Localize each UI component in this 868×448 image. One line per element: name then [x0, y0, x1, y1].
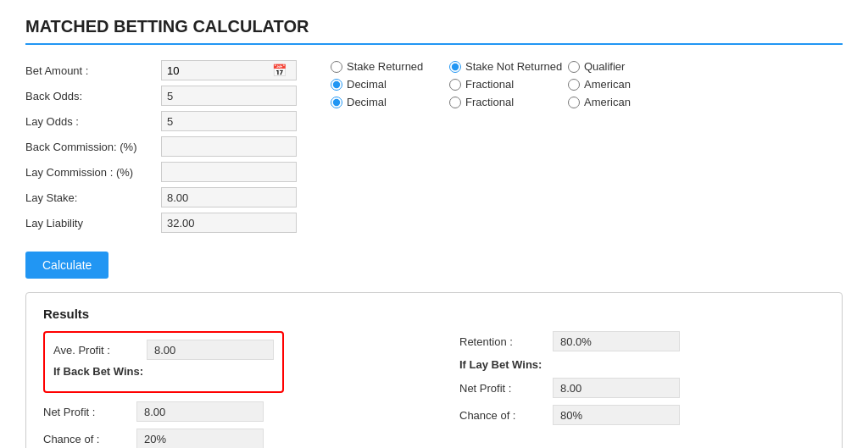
back-commission-row: Back Commission: (%) — [25, 136, 297, 157]
lay-commission-label: Lay Commission : (%) — [25, 166, 161, 179]
lay-stake-label: Lay Stake: — [25, 191, 161, 204]
fractional2-label: Fractional — [465, 96, 514, 108]
ave-profit-row: Ave. Profit : 8.00 — [53, 340, 274, 360]
bet-amount-label: Bet Amount : — [25, 64, 161, 77]
fractional2-option[interactable]: Fractional — [449, 96, 568, 108]
results-title: Results — [43, 307, 825, 321]
qualifier-label: Qualifier — [584, 60, 625, 73]
back-net-profit-row: Net Profit : 8.00 — [43, 401, 409, 422]
american2-option[interactable]: American — [568, 96, 687, 108]
if-back-bet-wins-title: If Back Bet Wins: — [53, 365, 274, 378]
american1-option[interactable]: American — [568, 78, 687, 91]
retention-value: 80.0% — [553, 331, 680, 351]
lay-commission-input[interactable] — [161, 162, 297, 182]
back-chance-label: Chance of : — [43, 433, 136, 445]
lay-liability-label: Lay Liability — [25, 217, 161, 230]
if-lay-bet-wins-title: If Lay Bet Wins: — [459, 358, 825, 371]
back-odds-input[interactable] — [161, 86, 297, 106]
lay-liability-row: Lay Liability — [25, 213, 297, 233]
back-commission-label: Back Commission: (%) — [25, 141, 161, 153]
back-chance-value: 20% — [136, 429, 264, 448]
lay-liability-input[interactable] — [161, 213, 297, 233]
lay-chance-label: Chance of : — [459, 409, 553, 422]
lay-commission-row: Lay Commission : (%) — [25, 162, 297, 182]
calendar-icon: 📅 — [272, 64, 290, 77]
qualifier-option[interactable]: Qualifier — [568, 60, 687, 73]
lay-odds-row: Lay Odds : — [25, 111, 297, 131]
decimal2-label: Decimal — [347, 96, 387, 108]
decimal2-option[interactable]: Decimal — [331, 96, 449, 108]
back-odds-row: Back Odds: — [25, 86, 297, 106]
retention-label: Retention : — [459, 335, 553, 348]
ave-profit-box: Ave. Profit : 8.00 If Back Bet Wins: — [43, 331, 284, 393]
bet-amount-input-wrapper[interactable]: 📅 — [161, 60, 297, 80]
right-options: Stake Returned Stake Not Returned Qualif… — [331, 60, 687, 238]
stake-returned-option[interactable]: Stake Returned — [331, 60, 449, 73]
american2-label: American — [584, 96, 631, 108]
results-section: Results Ave. Profit : 8.00 If Back Bet W… — [25, 292, 843, 448]
fractional1-label: Fractional — [465, 78, 514, 91]
lay-chance-row: Chance of : 80% — [459, 405, 825, 425]
back-odds-type-row: Decimal Fractional American — [331, 78, 687, 91]
decimal1-label: Decimal — [347, 78, 387, 91]
ave-profit-label: Ave. Profit : — [53, 344, 147, 357]
decimal1-option[interactable]: Decimal — [331, 78, 449, 91]
back-commission-input[interactable] — [161, 136, 297, 157]
stake-not-returned-label: Stake Not Returned — [465, 60, 562, 73]
american1-label: American — [584, 78, 631, 91]
bet-amount-row: Bet Amount : 📅 — [25, 60, 297, 80]
retention-row: Retention : 80.0% — [459, 331, 825, 351]
back-chance-row: Chance of : 20% — [43, 429, 409, 448]
results-right-col: Retention : 80.0% If Lay Bet Wins: Net P… — [459, 331, 825, 448]
stake-not-returned-option[interactable]: Stake Not Returned — [449, 60, 568, 73]
lay-net-profit-row: Net Profit : 8.00 — [459, 378, 825, 398]
lay-stake-input[interactable] — [161, 187, 297, 207]
lay-odds-label: Lay Odds : — [25, 115, 161, 128]
left-form: Bet Amount : 📅 Back Odds: Lay Odds : Bac… — [25, 60, 297, 238]
lay-stake-row: Lay Stake: — [25, 187, 297, 207]
calculate-button[interactable]: Calculate — [25, 252, 108, 279]
stake-returned-label: Stake Returned — [347, 60, 423, 73]
back-net-profit-label: Net Profit : — [43, 406, 136, 418]
results-left-col: Ave. Profit : 8.00 If Back Bet Wins: Net… — [43, 331, 409, 448]
lay-net-profit-label: Net Profit : — [459, 382, 553, 395]
back-odds-label: Back Odds: — [25, 90, 161, 102]
page-title: MATCHED BETTING CALCULATOR — [25, 17, 843, 36]
back-net-profit-value: 8.00 — [136, 401, 264, 422]
ave-profit-value: 8.00 — [147, 340, 274, 360]
bet-amount-input[interactable] — [162, 63, 272, 79]
lay-odds-type-row: Decimal Fractional American — [331, 96, 687, 108]
top-divider — [25, 43, 843, 45]
lay-chance-value: 80% — [553, 405, 680, 425]
lay-odds-input[interactable] — [161, 111, 297, 131]
fractional1-option[interactable]: Fractional — [449, 78, 568, 91]
stake-options-row: Stake Returned Stake Not Returned Qualif… — [331, 60, 687, 73]
lay-net-profit-value: 8.00 — [553, 378, 680, 398]
results-main: Ave. Profit : 8.00 If Back Bet Wins: Net… — [43, 331, 825, 448]
